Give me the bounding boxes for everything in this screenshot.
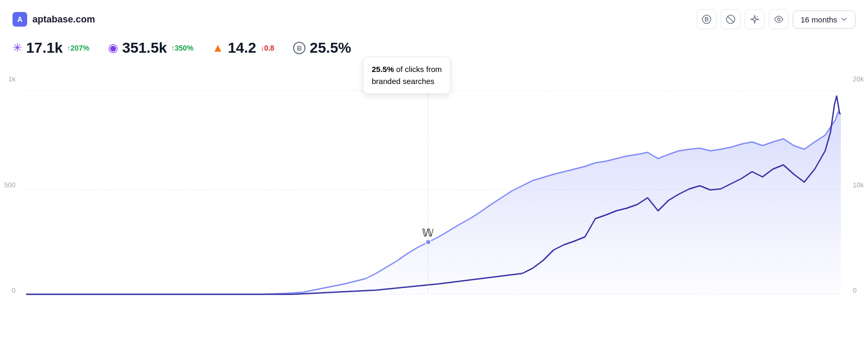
impressions-value: 351.5k	[122, 40, 167, 56]
metric-clicks: ✳ 17.1k ↑207%	[13, 40, 89, 56]
header-controls: B 16 months	[697, 9, 855, 29]
y-axis-left: 1k 500 0	[4, 75, 16, 294]
site-name: aptabase.com	[32, 14, 95, 25]
metric-position: ▲ 14.2 ↓0.8	[212, 40, 274, 56]
tooltip: 25.5% of clicks frombranded searches	[363, 57, 451, 94]
y-label-left-mid: 500	[4, 181, 16, 189]
chart-area: 1k 500 0 20k 10k 0 25.5%	[0, 65, 868, 320]
metric-impressions: ◉ 351.5k ↑350%	[108, 40, 193, 56]
chart-svg	[0, 65, 868, 320]
period-selector[interactable]: 16 months	[793, 10, 855, 29]
period-label: 16 months	[801, 15, 837, 24]
sparkle-metric-icon: ✳	[13, 41, 22, 55]
y-label-right-mid: 10k	[849, 181, 864, 189]
svg-point-10	[426, 240, 431, 245]
chevron-down-icon	[840, 16, 848, 23]
y-label-left-top: 1k	[4, 75, 16, 83]
eye-metric-icon: ◉	[108, 41, 118, 55]
logo-area: A aptabase.com	[13, 12, 95, 27]
b-icon-button[interactable]: B	[697, 9, 717, 29]
metric-branded: B 25.5%	[293, 40, 351, 56]
svg-point-5	[777, 18, 780, 21]
impressions-change: ↑350%	[171, 43, 194, 53]
y-label-left-bottom: 0	[4, 286, 16, 294]
fire-metric-icon: ▲	[212, 41, 224, 55]
svg-line-3	[728, 16, 734, 22]
y-label-right-bottom: 0	[849, 286, 864, 294]
branded-value: 25.5%	[310, 40, 351, 56]
branded-metric-icon: B	[293, 42, 306, 54]
position-value: 14.2	[228, 40, 256, 56]
sparkle-icon-button[interactable]	[745, 9, 765, 29]
eye-off-icon-button[interactable]	[721, 9, 741, 29]
y-axis-right: 20k 10k 0	[849, 75, 864, 294]
clicks-value: 17.1k	[26, 40, 63, 56]
position-change: ↓0.8	[261, 43, 274, 53]
eye-icon-button[interactable]	[769, 9, 789, 29]
y-label-right-top: 20k	[849, 75, 864, 83]
clicks-change: ↑207%	[67, 43, 89, 53]
svg-text:B: B	[705, 16, 709, 22]
logo-icon: A	[13, 12, 27, 27]
tooltip-bold-text: 25.5%	[372, 65, 394, 74]
header: A aptabase.com B	[0, 0, 868, 35]
svg-point-4	[757, 16, 758, 17]
